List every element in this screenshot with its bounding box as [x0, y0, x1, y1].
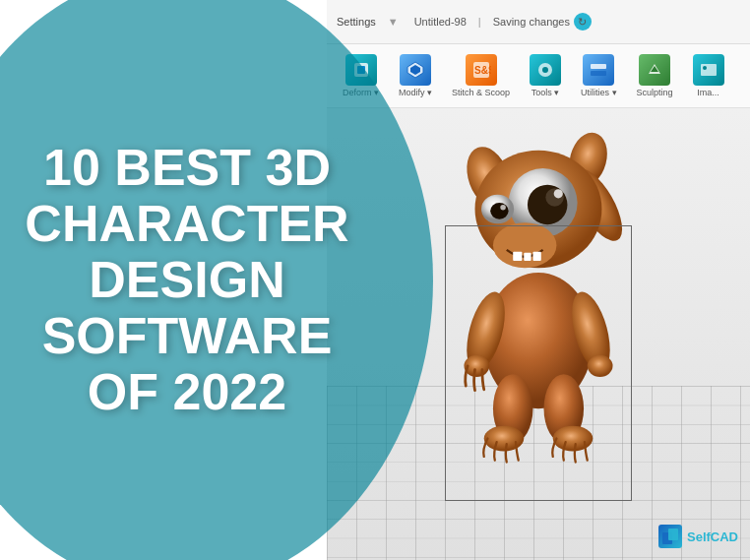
modify-label: Modify ▾ [399, 88, 432, 97]
svg-rect-9 [591, 71, 606, 76]
top-toolbar[interactable]: Settings ▼ Untitled-98 | Saving changes … [327, 0, 750, 44]
selfcad-colored: Self [687, 529, 711, 544]
tool-stitch-scoop[interactable]: S&S Stitch & Scoop [444, 50, 518, 101]
utilities-icon [583, 54, 614, 86]
headline-line4: SOFTWARE [25, 308, 348, 364]
image-label: Ima... [697, 88, 719, 97]
sculpting-label: Sculpting [637, 88, 673, 97]
sculpting-icon [639, 54, 670, 86]
tool-image[interactable]: Ima... [685, 50, 732, 101]
saving-indicator: ↻ [574, 13, 592, 31]
tool-sculpting[interactable]: Sculpting [629, 50, 681, 101]
headline-line3: DESIGN [25, 252, 348, 308]
selfcad-logo-text: SelfCAD [687, 529, 738, 544]
document-title: Untitled-98 [414, 16, 467, 28]
svg-rect-10 [701, 64, 717, 76]
saving-status: Saving changes ↻ [493, 13, 592, 31]
tool-tools[interactable]: Tools ▾ [522, 50, 569, 101]
svg-rect-8 [591, 64, 606, 69]
tools-label: Tools ▾ [531, 88, 560, 97]
svg-rect-37 [668, 529, 678, 540]
svg-point-11 [703, 66, 707, 70]
saving-text: Saving changes [493, 16, 570, 28]
pipe-separator: | [478, 16, 481, 28]
svg-point-19 [554, 189, 563, 198]
modify-icon [400, 54, 431, 86]
svg-point-22 [500, 205, 506, 211]
stitch-scoop-icon: S&S [466, 54, 497, 86]
svg-point-7 [542, 67, 548, 73]
image-icon [693, 54, 724, 86]
bounding-box [445, 225, 632, 501]
tools-icon [530, 54, 561, 86]
separator: ▼ [388, 16, 399, 28]
svg-point-21 [490, 203, 508, 219]
icon-toolbar: Deform ▾ Modify ▾ S&S Stitch & Scoop [327, 44, 750, 108]
stitch-scoop-label: Stitch & Scoop [452, 88, 510, 97]
headline-text: 10 BEST 3D CHARACTER DESIGN SOFTWARE OF … [25, 140, 348, 421]
headline-line2: CHARACTER [25, 196, 348, 252]
tool-modify[interactable]: Modify ▾ [391, 50, 440, 101]
headline-line1: 10 BEST 3D [25, 140, 348, 196]
selfcad-logo-icon [658, 525, 682, 548]
main-container: Settings ▼ Untitled-98 | Saving changes … [0, 0, 750, 560]
selfcad-logo: SelfCAD [658, 525, 738, 548]
utilities-label: Utilities ▾ [581, 88, 617, 97]
selfcad-plain: CAD [711, 529, 738, 544]
svg-text:S&S: S&S [474, 65, 491, 76]
headline-line5: OF 2022 [25, 364, 348, 420]
headline-overlay: 10 BEST 3D CHARACTER DESIGN SOFTWARE OF … [0, 0, 364, 560]
tool-utilities[interactable]: Utilities ▾ [573, 50, 625, 101]
